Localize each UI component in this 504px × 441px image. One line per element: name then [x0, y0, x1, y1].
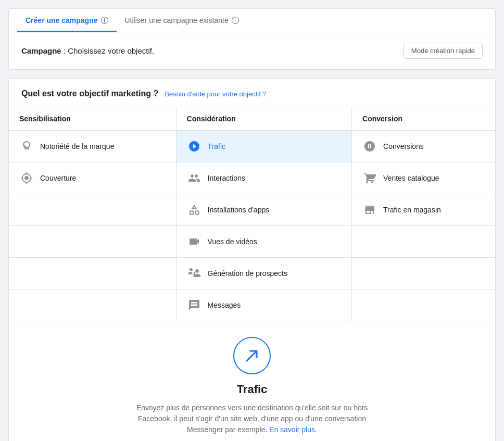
cell-empty-conv-1 [352, 226, 495, 258]
cell-notoriete: Notoriété de la marque [9, 131, 176, 162]
marketing-section: Quel est votre objectif marketing ? Beso… [8, 78, 496, 441]
interactions-icon [187, 171, 201, 185]
empty-space-conv-3 [352, 289, 495, 321]
col-header-conversion: Conversion [352, 107, 495, 131]
obj-vues-videos-label: Vues de vidéos [208, 237, 257, 246]
selected-objective-description: Envoyez plus de personnes vers une desti… [127, 402, 377, 435]
table-row: Vues de vidéos [9, 226, 495, 258]
table-row: Génération de prospects [9, 258, 495, 289]
cell-interactions: Interactions [176, 162, 351, 194]
obj-conversions-label: Conversions [383, 142, 424, 150]
obj-interactions-label: Interactions [208, 174, 245, 182]
obj-interactions[interactable]: Interactions [177, 162, 351, 194]
campaign-label-text: : Choisissez votre objectif. [61, 46, 154, 55]
brand-icon [19, 139, 34, 154]
obj-generation-label: Génération de prospects [208, 269, 287, 278]
marketing-title: Quel est votre objectif marketing ? [21, 89, 158, 98]
obj-notoriete-label: Notoriété de la marque [40, 142, 114, 150]
cell-couverture: Couverture [9, 162, 176, 194]
obj-vues-videos[interactable]: Vues de vidéos [177, 226, 351, 257]
table-row: Installations d'apps Trafic en magasin [9, 194, 495, 226]
empty-space-4 [9, 289, 176, 321]
messages-icon [187, 298, 201, 312]
traffic-large-icon [243, 346, 261, 365]
cell-trafic-magasin: Trafic en magasin [352, 194, 495, 226]
empty-space-3 [9, 258, 176, 289]
table-row: Notoriété de la marque Trafic [9, 131, 495, 162]
obj-couverture[interactable]: Couverture [9, 162, 176, 194]
obj-generation[interactable]: Génération de prospects [177, 258, 351, 289]
obj-installations-label: Installations d'apps [208, 206, 270, 214]
conversions-icon [362, 139, 377, 154]
obj-ventes-catalogue[interactable]: Ventes catalogue [352, 162, 495, 194]
cell-empty-conv-3 [352, 289, 495, 321]
apps-icon [187, 203, 201, 217]
empty-space-1 [9, 194, 176, 225]
cell-ventes-catalogue: Ventes catalogue [352, 162, 495, 194]
cell-generation: Génération de prospects [176, 258, 351, 289]
video-icon [187, 234, 201, 249]
reach-icon [19, 171, 34, 185]
cell-empty-4 [9, 289, 176, 321]
selected-objective-icon-large [233, 337, 271, 374]
cell-empty-3 [9, 258, 176, 289]
cell-messages: Messages [176, 289, 351, 321]
campaign-label-bold: Campagne [21, 46, 61, 55]
cell-empty-1 [9, 194, 176, 226]
cell-empty-2 [9, 226, 176, 258]
catalogue-icon [362, 171, 377, 185]
tabs-bar: Créer une campagne i Utiliser une campag… [9, 9, 495, 32]
store-icon [362, 203, 377, 217]
obj-trafic-label: Trafic [208, 142, 225, 150]
tab-existing-label: Utiliser une campagne existante [125, 16, 229, 24]
obj-trafic-magasin[interactable]: Trafic en magasin [352, 194, 495, 225]
obj-notoriete[interactable]: Notoriété de la marque [9, 131, 176, 162]
obj-couverture-label: Couverture [40, 174, 76, 182]
cell-empty-conv-2 [352, 258, 495, 289]
mode-creation-button[interactable]: Mode création rapide [404, 43, 483, 59]
obj-installations[interactable]: Installations d'apps [177, 194, 351, 225]
obj-messages-label: Messages [208, 301, 241, 309]
traffic-icon [187, 139, 201, 154]
cell-conversions: Conversions [352, 131, 495, 162]
obj-ventes-catalogue-label: Ventes catalogue [383, 174, 439, 182]
empty-space-conv-2 [352, 258, 495, 289]
campaign-label: Campagne : Choisissez votre objectif. [21, 46, 154, 55]
empty-space-conv-1 [352, 226, 495, 257]
objectives-table: Sensibilisation Considération Conversion [9, 107, 495, 321]
selected-objective-title: Trafic [19, 383, 485, 396]
prospects-icon [187, 266, 201, 281]
learn-more-link[interactable]: En savoir plus. [269, 425, 317, 434]
col-header-consideration: Considération [176, 107, 351, 131]
cell-vues-videos: Vues de vidéos [176, 226, 351, 258]
tab-create-info-icon[interactable]: i [101, 17, 108, 24]
obj-trafic[interactable]: Trafic [177, 131, 351, 162]
cell-trafic: Trafic [176, 131, 351, 162]
campaign-header: Campagne : Choisissez votre objectif. Mo… [9, 32, 495, 69]
obj-trafic-magasin-label: Trafic en magasin [383, 206, 441, 214]
tab-existing-info-icon[interactable]: i [232, 17, 239, 24]
tab-existing[interactable]: Utiliser une campagne existante i [117, 9, 247, 32]
help-link[interactable]: Besoin d'aide pour votre objectif ? [165, 90, 266, 98]
selected-objective-desc-text: Envoyez plus de personnes vers une desti… [136, 404, 368, 434]
obj-conversions[interactable]: Conversions [352, 131, 495, 162]
obj-messages[interactable]: Messages [177, 289, 351, 321]
tab-create[interactable]: Créer une campagne i [17, 9, 117, 32]
campaign-card: Créer une campagne i Utiliser une campag… [8, 8, 496, 70]
table-row: Messages [9, 289, 495, 321]
tab-create-label: Créer une campagne [26, 16, 98, 24]
marketing-header: Quel est votre objectif marketing ? Beso… [9, 79, 495, 107]
col-header-sensibilisation: Sensibilisation [9, 107, 176, 131]
cell-installations: Installations d'apps [176, 194, 351, 226]
table-row: Couverture Interactions [9, 162, 495, 194]
empty-space-2 [9, 226, 176, 257]
selected-objective-info: Trafic Envoyez plus de personnes vers un… [9, 321, 495, 441]
